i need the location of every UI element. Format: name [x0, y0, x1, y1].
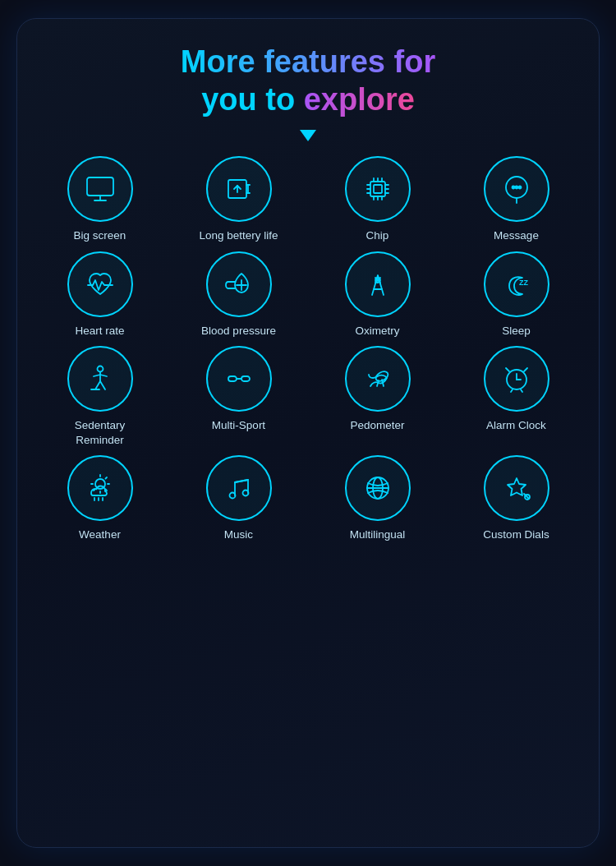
- sleep-label: Sleep: [502, 324, 531, 339]
- svg-line-47: [506, 368, 509, 371]
- multi-sport-icon-circle: [206, 346, 272, 412]
- alarm-clock-label: Alarm Clock: [486, 418, 546, 433]
- feature-big-screen: Big screen: [34, 156, 166, 243]
- sleep-icon-circle: ZZ: [484, 251, 549, 317]
- feature-sedentary: SedentaryReminder: [34, 346, 166, 447]
- svg-line-56: [105, 477, 107, 479]
- svg-rect-0: [87, 177, 113, 196]
- oximetry-label: Oximetry: [356, 324, 400, 339]
- title-line2: you to explore: [181, 81, 435, 119]
- heart-rate-icon: [83, 267, 117, 302]
- svg-line-48: [524, 368, 527, 371]
- weather-icon: [83, 471, 117, 505]
- multi-sport-label: Multi-Sport: [212, 418, 265, 433]
- message-icon: [499, 172, 534, 206]
- title-line2-regular: you to: [201, 82, 304, 117]
- svg-rect-37: [228, 376, 237, 381]
- feature-weather: Weather: [34, 455, 166, 542]
- blood-pressure-icon: [222, 267, 256, 302]
- alarm-clock-icon-circle: [484, 346, 549, 412]
- multilingual-icon-circle: [345, 455, 411, 521]
- multi-sport-icon: [222, 362, 256, 396]
- sedentary-icon: [83, 362, 117, 396]
- monitor-icon: [83, 172, 117, 206]
- feature-long-battery: Long bettery life: [172, 156, 305, 243]
- svg-text:ZZ: ZZ: [519, 279, 528, 287]
- blood-pressure-icon-circle: [206, 251, 272, 317]
- feature-alarm-clock: Alarm Clock: [450, 346, 582, 447]
- oximetry-icon: [361, 267, 395, 302]
- alarm-clock-icon: [499, 362, 534, 396]
- blood-pressure-label: Blood pressure: [201, 324, 276, 339]
- feature-custom-dials: Custom Dials: [450, 455, 582, 542]
- music-icon-circle: [206, 455, 272, 521]
- heart-rate-icon-circle: [67, 251, 133, 317]
- sedentary-label: SedentaryReminder: [75, 418, 126, 447]
- big-screen-label: Big screen: [74, 228, 126, 243]
- svg-line-50: [521, 389, 522, 392]
- main-card: More features for you to explore Big scr…: [16, 18, 600, 848]
- title-line1: More features for: [181, 44, 435, 81]
- oximetry-icon-circle: [345, 251, 411, 317]
- feature-heart-rate: Heart rate: [34, 251, 166, 339]
- feature-chip: Chip: [311, 156, 444, 243]
- heart-rate-label: Heart rate: [75, 324, 124, 339]
- weather-icon-circle: [67, 455, 133, 521]
- long-battery-icon-circle: [206, 156, 272, 222]
- pedometer-icon-circle: [345, 346, 411, 412]
- battery-icon: [222, 172, 256, 206]
- feature-oximetry: Oximetry: [311, 251, 444, 339]
- multilingual-icon: [361, 471, 395, 505]
- title-line2-gradient: explore: [304, 82, 415, 117]
- svg-point-35: [97, 366, 103, 372]
- multilingual-label: Multilingual: [350, 527, 406, 542]
- chip-icon-circle: [345, 156, 411, 222]
- svg-rect-38: [241, 376, 250, 381]
- chip-icon: [361, 172, 395, 206]
- svg-point-24: [515, 187, 517, 189]
- music-label: Music: [224, 527, 253, 542]
- sedentary-icon-circle: [67, 346, 133, 412]
- sleep-icon: ZZ: [499, 267, 534, 302]
- message-icon-circle: [484, 156, 549, 222]
- chip-label: Chip: [366, 228, 389, 243]
- weather-label: Weather: [79, 527, 121, 542]
- custom-dials-icon-circle: [484, 455, 549, 521]
- svg-line-64: [235, 480, 248, 482]
- svg-rect-9: [374, 185, 382, 193]
- feature-sleep: ZZ Sleep: [450, 251, 582, 339]
- feature-multi-sport: Multi-Sport: [172, 346, 305, 447]
- custom-dials-label: Custom Dials: [483, 527, 549, 542]
- long-battery-label: Long bettery life: [199, 228, 278, 243]
- message-label: Message: [494, 228, 539, 243]
- feature-blood-pressure: Blood pressure: [172, 251, 305, 339]
- svg-point-23: [512, 187, 514, 189]
- svg-line-49: [511, 389, 513, 392]
- feature-music: Music: [172, 455, 305, 542]
- features-grid: Big screen Long bettery life: [34, 156, 582, 542]
- feature-pedometer: Pedometer: [311, 346, 444, 447]
- music-icon: [222, 471, 256, 505]
- feature-message: Message: [450, 156, 582, 243]
- svg-point-25: [518, 187, 521, 189]
- big-screen-icon-circle: [67, 156, 133, 222]
- feature-multilingual: Multilingual: [311, 455, 444, 542]
- pedometer-icon: [361, 362, 395, 396]
- page-title: More features for you to explore: [181, 44, 435, 118]
- arrow-down-icon: [300, 130, 316, 141]
- custom-dials-icon: [499, 471, 534, 505]
- pedometer-label: Pedometer: [350, 418, 404, 433]
- svg-rect-8: [370, 182, 385, 196]
